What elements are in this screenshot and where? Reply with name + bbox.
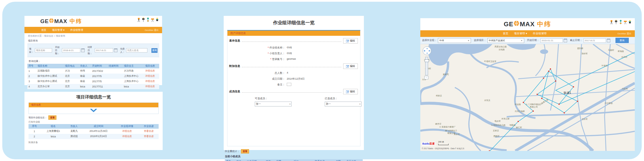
start-date-input[interactable] [62, 48, 80, 53]
table-link[interactable]: 查看轨迹 [144, 135, 154, 138]
table-cell: 北京 [64, 84, 79, 89]
field-value: 中纬 [287, 52, 292, 55]
surveyor-icon [628, 20, 632, 24]
map-pan-control[interactable]: ▲ ▼ ◀ ▶ [423, 46, 431, 55]
field-value: 中纬 [287, 46, 292, 50]
search-button[interactable]: 查询 [151, 48, 157, 53]
baidu-map[interactable]: 高新湿地公园湿地路西刘桥加好村马路村水丰村林海路叶巷村小河王金星村大圩夏家宅何家… [420, 44, 635, 151]
end-date-label: 结束日期： [88, 46, 93, 55]
track-point-marker[interactable] [523, 102, 524, 103]
calendar-icon[interactable] [114, 48, 117, 52]
pan-left-arrow[interactable]: ◀ [423, 50, 425, 52]
collapse-toggle[interactable] [29, 107, 158, 114]
table-cell: 徕卡技术中心测试 [36, 79, 64, 84]
selected-members-label: 已选成员： [325, 97, 338, 100]
table-link[interactable]: 查看轨迹 [144, 130, 154, 132]
edit-pencil-icon [346, 90, 349, 93]
start-date-input[interactable] [540, 38, 563, 43]
project-name-input[interactable] [35, 48, 52, 53]
map-label: 祥东江桥 [501, 117, 510, 120]
view-stats-button[interactable]: 查看 [241, 149, 249, 153]
table-cell: 吴毅凡 [66, 129, 82, 134]
main-navbar: 首页 项目管理 ▾ 作业组管理 GeoMax 退出 [24, 27, 162, 33]
table-cell: 详细信息 [115, 134, 139, 139]
view-workgroups-button[interactable]: 查看 [48, 115, 56, 120]
baidu-logo: Baidu百度 [422, 142, 435, 146]
workgroup-info-label: 项目作业组信息： [29, 116, 47, 119]
zoom-out-button[interactable]: − [424, 76, 428, 79]
track-point-marker[interactable] [573, 86, 574, 87]
track-point-marker[interactable] [577, 101, 578, 102]
table-cell: 1 [27, 68, 36, 74]
track-point-marker[interactable] [550, 68, 551, 70]
track-point-marker[interactable] [518, 121, 519, 122]
pan-down-arrow[interactable]: ▼ [426, 52, 428, 54]
track-point-marker[interactable] [537, 94, 538, 95]
map-label: 卫农村 [582, 118, 588, 121]
track-point-marker[interactable] [558, 104, 560, 105]
available-members-select[interactable]: 张一 ▾ [255, 102, 292, 106]
chevron-down-icon [90, 109, 97, 112]
table-cell: 查看轨迹 [139, 134, 159, 139]
column-header: 权限 [335, 159, 345, 161]
rover-pole-icon [146, 18, 150, 22]
table-link[interactable]: 详细信息 [145, 85, 155, 88]
calendar-icon[interactable] [81, 48, 85, 52]
nav-home[interactable]: 首页 [41, 28, 46, 32]
edit-basic-info-button[interactable]: 编辑 [343, 38, 358, 44]
track-point-marker[interactable] [555, 80, 556, 82]
calendar-icon[interactable] [607, 39, 610, 42]
table-link[interactable]: 详细信息 [145, 80, 155, 83]
nav-project-management[interactable]: 项目管理 ▾ [514, 32, 527, 35]
track-point-marker[interactable] [564, 112, 565, 113]
edit-member-info-button[interactable]: 编辑 [343, 89, 358, 94]
main-navbar: 首页 项目管理 ▾ 作业组管理 GeoMax 退出 [420, 30, 635, 37]
track-point-marker[interactable] [543, 78, 544, 79]
nav-project-management[interactable]: 项目管理 ▾ [52, 28, 64, 32]
track-point-marker[interactable] [548, 71, 549, 72]
map-zoom-slider[interactable] [425, 57, 428, 75]
table-link[interactable]: 详细信息 [145, 74, 155, 77]
end-date-input[interactable] [95, 48, 113, 53]
basic-info-section-header: 基本信息 编辑 [229, 38, 358, 44]
table-header-row: 序号项目名称项目地点负责人开始时间结束时间项目业主项目信息 [27, 64, 159, 68]
search-button[interactable]: 查询 [615, 38, 629, 43]
selected-members-group: 已选成员： 孙一 ▾ [325, 97, 362, 106]
table-link[interactable]: 详细信息 [122, 130, 132, 132]
owner-name-input[interactable] [126, 48, 147, 53]
table-cell: 详细信息 [115, 129, 139, 134]
project-select[interactable]: 中纬新产品测试▼ [487, 38, 524, 43]
members-table: 序号姓名出生日期性别籍贯职位联系电话权限员工信息1孙一1974/6/1女江苏高级… [225, 159, 363, 161]
selected-members-select[interactable]: 孙一 ▾ [325, 102, 362, 106]
table-row: 1上海测量组1吴毅凡2014年11月29日详细信息查看轨迹 [29, 129, 159, 134]
track-point-marker[interactable] [533, 111, 534, 112]
workload-stats-label: 作业量统计： [225, 150, 240, 153]
pan-up-arrow[interactable]: ▲ [426, 47, 428, 49]
track-point-marker[interactable] [489, 150, 490, 151]
table-link[interactable]: 详细信息 [145, 69, 155, 72]
calendar-icon[interactable] [564, 39, 567, 42]
edit-extra-info-button[interactable]: 编辑 [343, 63, 358, 69]
instrument-icons [137, 18, 159, 22]
workgroup-select[interactable]: 中纬▼ [438, 38, 471, 43]
table-cell: leica [79, 84, 91, 89]
logout-link[interactable]: GeoMax 退出 [145, 29, 159, 32]
chevron-down-icon: ▾ [289, 103, 290, 105]
zoom-slider-handle[interactable] [425, 59, 429, 62]
project-info-bar: 项目信息 [29, 103, 158, 107]
table-cell [108, 68, 123, 74]
logout-link[interactable]: GeoMax 退出 [618, 32, 631, 35]
field-value: 4 [287, 71, 288, 75]
nav-workgroup-management[interactable]: 作业组管理 [533, 32, 547, 35]
track-point-marker[interactable] [541, 98, 542, 99]
end-date-input[interactable] [584, 38, 606, 43]
globe-icon [49, 18, 54, 25]
instrument-icons [610, 20, 632, 24]
nav-workgroup-management[interactable]: 作业组管理 [70, 28, 83, 32]
nav-home[interactable]: 首页 [503, 32, 508, 35]
table-link[interactable]: 详细信息 [122, 135, 132, 138]
table-cell [108, 84, 123, 89]
pan-right-arrow[interactable]: ▶ [429, 50, 430, 52]
empty-note-box[interactable] [287, 83, 291, 86]
table-cell: 1 [29, 129, 40, 134]
